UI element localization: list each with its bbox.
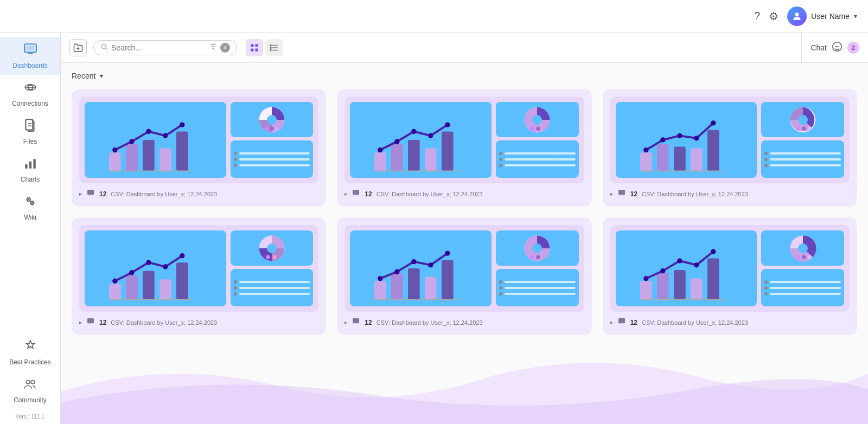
sidebar-connections-label: Connections: [12, 100, 48, 107]
top-bar-icons: ? ⚙: [754, 10, 778, 23]
settings-icon[interactable]: ⚙: [769, 10, 778, 23]
svg-rect-28: [256, 44, 258, 47]
help-icon[interactable]: ?: [754, 10, 760, 22]
sidebar-item-wiki[interactable]: Wiki: [0, 189, 60, 227]
svg-point-52: [270, 126, 273, 130]
card-list-panel: [231, 269, 314, 306]
card-expand-icon[interactable]: ▸: [79, 319, 82, 325]
svg-rect-39: [126, 144, 138, 171]
svg-point-68: [531, 126, 534, 130]
svg-rect-13: [33, 159, 35, 168]
card-count: 12: [365, 190, 372, 198]
svg-rect-88: [109, 284, 121, 299]
svg-rect-38: [109, 152, 121, 171]
card-expand-icon[interactable]: ▸: [610, 319, 613, 325]
dashboard-card[interactable]: ▸ 12 CSV: Dashboard by User_x; 12.24.202…: [603, 217, 857, 335]
svg-rect-90: [143, 271, 155, 300]
filter-icon[interactable]: [209, 43, 217, 52]
svg-line-23: [106, 48, 107, 49]
dashboard-card[interactable]: ▸ 12 CSV: Dashboard by User_x; 12.24.202…: [72, 217, 326, 335]
top-bar: ? ⚙ User Name ▾: [0, 0, 868, 33]
user-name-label: User Name: [811, 12, 850, 21]
svg-rect-71: [640, 152, 652, 171]
svg-point-69: [536, 126, 540, 130]
connections-icon: [23, 80, 37, 98]
svg-point-61: [395, 139, 400, 144]
chat-bubble-icon[interactable]: [831, 41, 843, 55]
svg-point-78: [677, 133, 682, 138]
dashboard-card[interactable]: ▸ 12 CSV: Dashboard by User_x; 12.24.202…: [603, 89, 857, 207]
card-expand-icon[interactable]: ▸: [610, 191, 613, 197]
sidebar-wiki-label: Wiki: [24, 214, 36, 221]
card-count: 12: [99, 190, 106, 198]
sidebar-item-dashboards[interactable]: Dashboards: [0, 37, 60, 75]
user-menu-chevron: ▾: [854, 12, 857, 20]
view-toggle: [246, 39, 283, 56]
add-folder-button[interactable]: [69, 39, 87, 56]
svg-rect-27: [251, 44, 253, 47]
svg-point-63: [429, 133, 433, 138]
best-practices-icon: [23, 339, 37, 356]
sidebar-item-files[interactable]: Files: [0, 113, 60, 151]
card-pie-panel: [761, 102, 844, 137]
svg-rect-12: [29, 162, 31, 169]
sidebar-charts-label: Charts: [21, 176, 40, 183]
user-menu[interactable]: User Name ▾: [787, 7, 857, 26]
svg-rect-107: [425, 277, 437, 300]
card-count: 12: [630, 319, 637, 326]
card-pie-panel: [496, 230, 579, 266]
chat-badge: 2: [847, 42, 859, 54]
card-main-chart: [350, 102, 492, 178]
dashboard-card[interactable]: ▸ 12 CSV: Dashboard by User_x; 12.24.202…: [72, 89, 326, 207]
search-icon: [100, 43, 108, 53]
svg-rect-106: [408, 268, 420, 299]
wiki-icon: [23, 194, 37, 211]
card-comment-icon: [86, 317, 95, 327]
card-thumbnail: [344, 225, 584, 312]
svg-point-93: [112, 279, 117, 284]
card-thumbnail: [79, 225, 318, 312]
card-list-panel: [231, 140, 314, 178]
card-main-chart: [85, 102, 226, 178]
svg-point-34: [270, 44, 271, 46]
svg-point-53: [275, 126, 278, 130]
svg-point-0: [795, 12, 799, 16]
filter-label[interactable]: Recent: [72, 72, 95, 80]
list-view-button[interactable]: [265, 39, 283, 56]
svg-point-76: [643, 147, 648, 152]
grid-view-button[interactable]: [246, 39, 263, 56]
card-meta: CSV: Dashboard by User_x; 12.24.2023: [376, 319, 483, 326]
card-expand-icon[interactable]: ▸: [344, 191, 347, 197]
chat-panel: Chat 2: [801, 33, 859, 62]
svg-point-113: [445, 250, 450, 255]
svg-rect-89: [126, 275, 138, 299]
svg-rect-120: [640, 281, 652, 299]
svg-point-47: [180, 122, 184, 127]
svg-rect-54: [87, 190, 94, 195]
card-pie-panel: [231, 230, 314, 266]
sidebar-item-best-practices[interactable]: Best Practices: [0, 333, 60, 371]
files-icon: [23, 118, 37, 136]
card-comment-icon: [352, 317, 360, 327]
svg-rect-103: [87, 318, 94, 323]
sidebar-files-label: Files: [23, 138, 37, 145]
svg-rect-72: [657, 144, 669, 171]
filter-row: Recent ▾: [72, 72, 857, 80]
svg-point-83: [798, 115, 808, 125]
dashboard-card[interactable]: ▸ 12 CSV: Dashboard by User_x; 12.24.202…: [337, 217, 591, 335]
card-expand-icon[interactable]: ▸: [79, 191, 82, 197]
filter-chevron[interactable]: ▾: [100, 72, 103, 80]
sidebar-item-charts[interactable]: Charts: [0, 151, 60, 189]
svg-point-133: [796, 255, 800, 259]
sidebar-item-community[interactable]: Community: [0, 371, 60, 409]
svg-rect-8: [25, 119, 33, 130]
card-expand-icon[interactable]: ▸: [344, 319, 347, 325]
card-pie-panel: [496, 102, 579, 137]
svg-point-62: [412, 129, 417, 134]
clear-search-button[interactable]: ×: [220, 43, 230, 53]
svg-point-127: [677, 258, 682, 263]
sidebar-item-connections[interactable]: Connections: [0, 75, 60, 113]
card-side-panels: [761, 230, 844, 306]
dashboard-card[interactable]: ▸ 12 CSV: Dashboard by User_x; 12.24.202…: [337, 89, 591, 207]
search-input[interactable]: [111, 43, 206, 52]
